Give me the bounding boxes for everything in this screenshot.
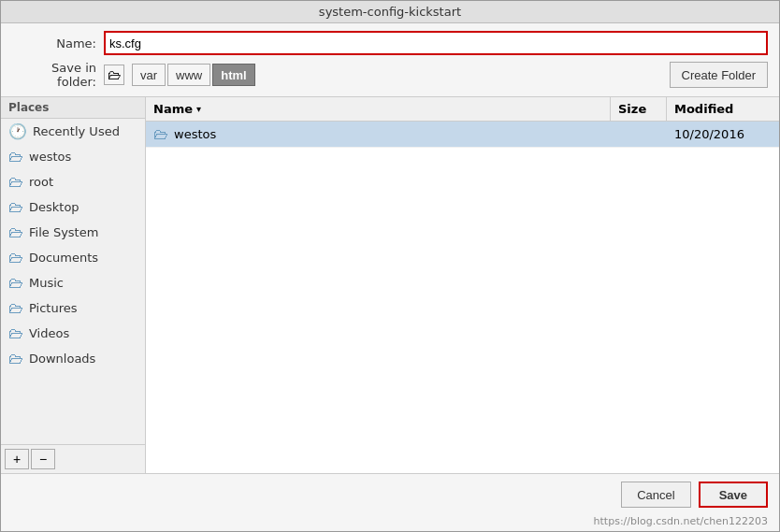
sidebar-item-label: root bbox=[29, 175, 53, 189]
sidebar-item-label: westos bbox=[29, 150, 71, 164]
main-area: Places 🕐 Recently Used 🗁 westos 🗁 root 🗁… bbox=[1, 97, 779, 473]
dialog: system-config-kickstart Name: Save in fo… bbox=[0, 0, 780, 532]
videos-icon: 🗁 bbox=[8, 324, 23, 342]
sidebar-item-videos[interactable]: 🗁 Videos bbox=[1, 321, 145, 346]
file-folder-icon: 🗁 bbox=[153, 125, 168, 143]
folder-icon: 🗁 bbox=[108, 67, 121, 82]
pictures-icon: 🗁 bbox=[8, 299, 23, 317]
sidebar-item-westos[interactable]: 🗁 westos bbox=[1, 144, 145, 169]
sidebar-item-label: Videos bbox=[29, 326, 69, 340]
sidebar-item-label: File System bbox=[29, 225, 98, 239]
breadcrumb-var[interactable]: var bbox=[132, 64, 166, 86]
sidebar-item-label: Documents bbox=[29, 251, 98, 265]
size-col-label: Size bbox=[618, 102, 646, 116]
title-text: system-config-kickstart bbox=[319, 5, 461, 19]
breadcrumb-www[interactable]: www bbox=[167, 64, 210, 86]
sidebar-item-label: Downloads bbox=[29, 352, 95, 366]
name-row: Name: bbox=[12, 31, 768, 55]
sidebar-item-pictures[interactable]: 🗁 Pictures bbox=[1, 295, 145, 321]
file-cell-name: 🗁 westos bbox=[146, 125, 611, 143]
sidebar-header: Places bbox=[1, 97, 145, 119]
root-icon: 🗁 bbox=[8, 173, 23, 191]
sidebar-item-documents[interactable]: 🗁 Documents bbox=[1, 245, 145, 270]
downloads-icon: 🗁 bbox=[8, 350, 23, 367]
save-in-row: Save in folder: 🗁 var www html Create Fo… bbox=[12, 61, 768, 89]
sidebar-item-desktop[interactable]: 🗁 Desktop bbox=[1, 194, 145, 220]
sidebar-item-label: Recently Used bbox=[33, 124, 120, 138]
breadcrumb-area: var www html bbox=[132, 64, 662, 86]
breadcrumb-folder-icon[interactable]: 🗁 bbox=[104, 65, 124, 85]
sidebar-item-label: Music bbox=[29, 276, 64, 290]
file-header: Name ▾ Size Modified bbox=[146, 97, 779, 122]
sidebar-item-file-system[interactable]: 🗁 File System bbox=[1, 220, 145, 245]
file-modified: 10/20/2016 bbox=[674, 127, 744, 141]
sidebar-item-recently-used[interactable]: 🕐 Recently Used bbox=[1, 119, 145, 144]
sidebar-item-downloads[interactable]: 🗁 Downloads bbox=[1, 346, 145, 371]
table-row[interactable]: 🗁 westos 10/20/2016 bbox=[146, 122, 779, 148]
name-input[interactable] bbox=[104, 31, 768, 55]
cancel-button[interactable]: Cancel bbox=[621, 482, 690, 508]
desktop-icon: 🗁 bbox=[8, 198, 23, 216]
remove-bookmark-button[interactable]: − bbox=[31, 449, 55, 469]
sidebar-item-root[interactable]: 🗁 root bbox=[1, 169, 145, 194]
name-col-label: Name bbox=[153, 102, 193, 116]
recently-used-icon: 🕐 bbox=[8, 122, 27, 140]
file-list: 🗁 westos 10/20/2016 bbox=[146, 122, 779, 473]
filesystem-icon: 🗁 bbox=[8, 223, 23, 241]
sidebar-footer: + − bbox=[1, 444, 145, 473]
save-button[interactable]: Save bbox=[699, 482, 768, 508]
file-area: Name ▾ Size Modified 🗁 westos bbox=[146, 97, 779, 473]
westos-icon: 🗁 bbox=[8, 148, 23, 165]
music-icon: 🗁 bbox=[8, 274, 23, 292]
modified-col-label: Modified bbox=[674, 102, 733, 116]
sidebar-item-label: Pictures bbox=[29, 301, 77, 315]
sort-icon: ▾ bbox=[196, 104, 201, 114]
form-area: Name: Save in folder: 🗁 var www html Cre… bbox=[1, 23, 779, 97]
file-name: westos bbox=[174, 127, 216, 141]
add-bookmark-button[interactable]: + bbox=[5, 449, 29, 469]
name-label: Name: bbox=[12, 36, 96, 50]
title-bar: system-config-kickstart bbox=[1, 1, 779, 23]
col-name-header[interactable]: Name ▾ bbox=[146, 97, 611, 121]
status-bar: https://blog.csdn.net/chen122203 bbox=[1, 515, 779, 531]
breadcrumb-html[interactable]: html bbox=[212, 64, 254, 86]
file-cell-modified: 10/20/2016 bbox=[667, 127, 779, 141]
bottom-bar: Cancel Save bbox=[1, 473, 779, 515]
sidebar-list: 🕐 Recently Used 🗁 westos 🗁 root 🗁 Deskto… bbox=[1, 119, 145, 444]
col-modified-header[interactable]: Modified bbox=[667, 97, 779, 121]
sidebar: Places 🕐 Recently Used 🗁 westos 🗁 root 🗁… bbox=[1, 97, 146, 473]
save-in-label: Save in folder: bbox=[12, 61, 96, 89]
sidebar-item-label: Desktop bbox=[29, 200, 79, 214]
col-size-header[interactable]: Size bbox=[611, 97, 667, 121]
sidebar-item-music[interactable]: 🗁 Music bbox=[1, 270, 145, 295]
documents-icon: 🗁 bbox=[8, 249, 23, 266]
create-folder-button[interactable]: Create Folder bbox=[670, 62, 768, 88]
